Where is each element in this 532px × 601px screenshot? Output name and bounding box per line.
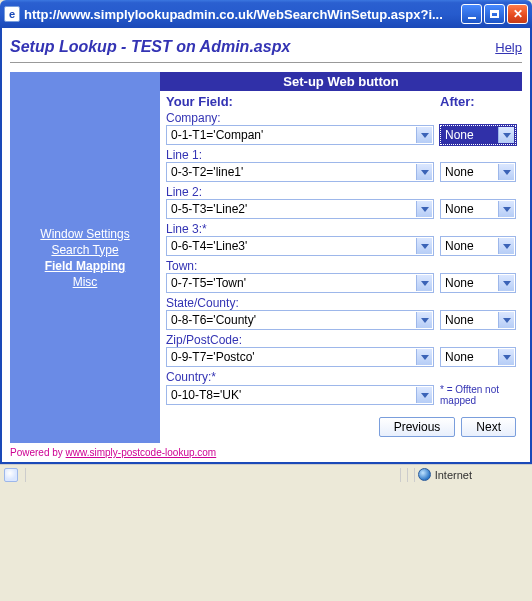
sidebar-item-misc[interactable]: Misc [73,275,98,289]
field-row-company: 0-1-T1='Compan' None [166,125,516,145]
field-row-line1: 0-3-T2='line1' None [166,162,516,182]
chevron-down-icon [416,238,432,254]
field-label-town: Town: [166,259,516,273]
chevron-down-icon [498,127,514,143]
window: e http://www.simplylookupadmin.co.uk/Web… [0,0,532,484]
status-zone: Internet [435,469,472,481]
chevron-down-icon [498,312,514,328]
field-label-line3: Line 3:* [166,222,516,236]
chevron-down-icon [416,312,432,328]
field-select-line2[interactable]: 0-5-T3='Line2' [166,199,434,219]
after-select-line2[interactable]: None [440,199,516,219]
chevron-down-icon [498,349,514,365]
ie-icon: e [4,6,20,22]
after-value-state: None [445,313,474,327]
after-value-line3: None [445,239,474,253]
chevron-down-icon [416,201,432,217]
after-select-line3[interactable]: None [440,236,516,256]
field-value-town: 0-7-T5='Town' [171,276,246,290]
sidebar-item-window-settings[interactable]: Window Settings [40,227,129,241]
field-row-zip: 0-9-T7='Postco' None [166,347,516,367]
col-after: After: [440,94,516,109]
field-select-line1[interactable]: 0-3-T2='line1' [166,162,434,182]
layout: Window Settings Search Type Field Mappin… [10,72,522,443]
field-label-line1: Line 1: [166,148,516,162]
chevron-down-icon [416,275,432,291]
after-select-company[interactable]: None [440,125,516,145]
page-icon [4,468,18,482]
after-value-company: None [445,128,474,142]
powered-link[interactable]: www.simply-postcode-lookup.com [66,447,217,458]
after-select-zip[interactable]: None [440,347,516,367]
field-select-town[interactable]: 0-7-T5='Town' [166,273,434,293]
after-value-line1: None [445,165,474,179]
field-label-country: Country:* [166,370,516,384]
field-label-line2: Line 2: [166,185,516,199]
field-value-country: 0-10-T8='UK' [171,388,241,402]
button-row: Previous Next [160,409,522,443]
fields-area: Your Field: After: Company: 0-1-T1='Comp… [160,91,522,406]
chevron-down-icon [498,201,514,217]
chevron-down-icon [416,127,432,143]
status-bar: Internet [0,464,532,484]
after-select-state[interactable]: None [440,310,516,330]
field-select-state[interactable]: 0-8-T6='County' [166,310,434,330]
help-link[interactable]: Help [495,40,522,55]
note-often-not-mapped: * = Offten not mapped [440,384,516,406]
powered-prefix: Powered by [10,447,66,458]
col-your-field: Your Field: [166,94,440,109]
minimize-button[interactable] [461,4,482,24]
after-value-zip: None [445,350,474,364]
sidebar: Window Settings Search Type Field Mappin… [10,72,160,443]
next-button[interactable]: Next [461,417,516,437]
field-value-company: 0-1-T1='Compan' [171,128,263,142]
chevron-down-icon [498,238,514,254]
sidebar-item-search-type[interactable]: Search Type [51,243,118,257]
divider [10,62,522,64]
chevron-down-icon [416,387,432,403]
field-row-line3: 0-6-T4='Line3' None [166,236,516,256]
after-value-line2: None [445,202,474,216]
field-label-state: State/County: [166,296,516,310]
maximize-button[interactable] [484,4,505,24]
field-select-country[interactable]: 0-10-T8='UK' [166,385,434,405]
field-value-line3: 0-6-T4='Line3' [171,239,247,253]
field-row-town: 0-7-T5='Town' None [166,273,516,293]
page-header: Setup Lookup - TEST on Admin.aspx Help [10,34,522,58]
chevron-down-icon [416,164,432,180]
field-value-state: 0-8-T6='County' [171,313,256,327]
previous-button[interactable]: Previous [379,417,456,437]
titlebar: e http://www.simplylookupadmin.co.uk/Web… [0,0,532,28]
main-panel: Set-up Web button Your Field: After: Com… [160,72,522,443]
field-label-zip: Zip/PostCode: [166,333,516,347]
field-value-line2: 0-5-T3='Line2' [171,202,247,216]
field-row-country: 0-10-T8='UK' * = Offten not mapped [166,384,516,406]
panel-title: Set-up Web button [160,72,522,91]
sidebar-item-field-mapping[interactable]: Field Mapping [45,259,126,273]
field-select-line3[interactable]: 0-6-T4='Line3' [166,236,434,256]
chevron-down-icon [498,164,514,180]
field-value-zip: 0-9-T7='Postco' [171,350,255,364]
after-select-line1[interactable]: None [440,162,516,182]
field-row-state: 0-8-T6='County' None [166,310,516,330]
chevron-down-icon [416,349,432,365]
globe-icon [418,468,431,481]
field-label-company: Company: [166,111,516,125]
field-value-line1: 0-3-T2='line1' [171,165,243,179]
field-select-company[interactable]: 0-1-T1='Compan' [166,125,434,145]
window-title: http://www.simplylookupadmin.co.uk/WebSe… [24,7,461,22]
powered-by: Powered by www.simply-postcode-lookup.co… [10,447,522,458]
after-select-town[interactable]: None [440,273,516,293]
column-headers: Your Field: After: [166,94,516,109]
after-value-town: None [445,276,474,290]
client-area: Setup Lookup - TEST on Admin.aspx Help W… [0,28,532,464]
field-select-zip[interactable]: 0-9-T7='Postco' [166,347,434,367]
close-button[interactable] [507,4,528,24]
field-row-line2: 0-5-T3='Line2' None [166,199,516,219]
chevron-down-icon [498,275,514,291]
page-title: Setup Lookup - TEST on Admin.aspx [10,38,495,56]
window-controls [461,4,528,24]
